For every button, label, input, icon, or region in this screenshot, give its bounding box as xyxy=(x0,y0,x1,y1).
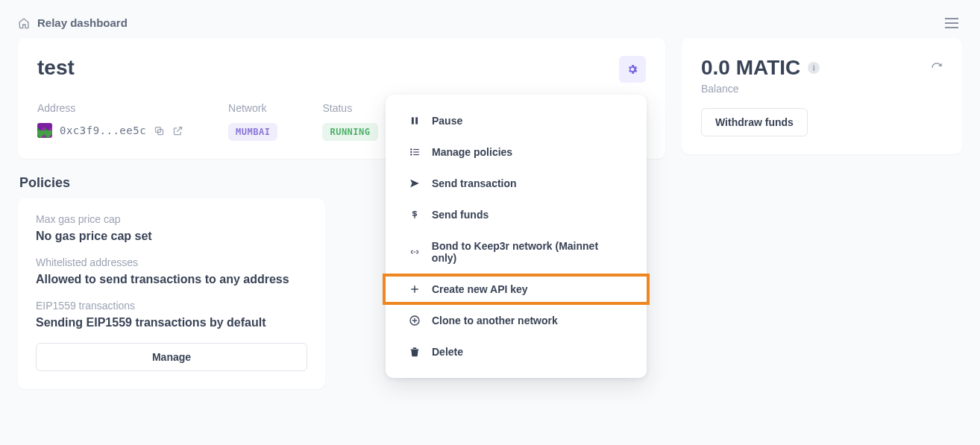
svg-rect-6 xyxy=(415,117,418,124)
network-badge: MUMBAI xyxy=(228,123,277,141)
policy-label: Max gas price cap xyxy=(36,213,307,225)
menu-item-label: Manage policies xyxy=(432,146,512,158)
policy-label: Whitelisted addresses xyxy=(36,256,307,268)
avatar xyxy=(37,123,52,138)
clone-icon xyxy=(408,315,421,326)
network-block: Network MUMBAI xyxy=(228,102,277,141)
link-icon xyxy=(408,248,421,256)
balance-label: Balance xyxy=(701,83,943,95)
menu-item-label: Bond to Keep3r network (Mainnet only) xyxy=(432,240,624,264)
status-label: Status xyxy=(322,102,377,114)
menu-item-bond-keep3r[interactable]: Bond to Keep3r network (Mainnet only) xyxy=(386,230,647,274)
pause-icon xyxy=(408,116,421,126)
status-block: Status RUNNING xyxy=(322,102,377,141)
relayer-name: test xyxy=(37,56,75,80)
policy-item: Max gas price cap No gas price cap set xyxy=(36,213,307,243)
menu-item-label: Send transaction xyxy=(432,177,517,189)
external-link-icon[interactable] xyxy=(172,125,183,136)
menu-item-label: Send funds xyxy=(432,209,489,221)
policies-card: Max gas price cap No gas price cap set W… xyxy=(18,198,325,389)
settings-button[interactable] xyxy=(619,56,646,83)
hamburger-icon[interactable] xyxy=(944,17,959,29)
send-icon xyxy=(408,178,421,189)
menu-item-delete[interactable]: Delete xyxy=(386,336,647,367)
refresh-icon[interactable] xyxy=(931,62,943,74)
svg-rect-5 xyxy=(412,117,414,124)
manage-policies-button[interactable]: Manage xyxy=(36,343,307,371)
svg-point-11 xyxy=(411,154,412,155)
list-icon xyxy=(408,147,421,157)
menu-item-clone-network[interactable]: Clone to another network xyxy=(386,305,647,336)
address-label: Address xyxy=(37,102,183,114)
balance-card: 0.0 MATIC i Balance Withdraw funds xyxy=(682,38,962,154)
info-icon[interactable]: i xyxy=(808,62,820,74)
plus-icon xyxy=(408,284,421,294)
policy-value: Allowed to send transactions to any addr… xyxy=(36,273,307,286)
trash-icon xyxy=(408,346,421,358)
copy-icon[interactable] xyxy=(154,125,165,136)
svg-point-7 xyxy=(411,149,412,150)
policy-item: EIP1559 transactions Sending EIP1559 tra… xyxy=(36,300,307,329)
menu-item-manage-policies[interactable]: Manage policies xyxy=(386,136,647,168)
menu-item-create-api-key[interactable]: Create new API key xyxy=(383,274,650,305)
menu-item-label: Create new API key xyxy=(432,283,528,295)
network-label: Network xyxy=(228,102,277,114)
address-value: 0xc3f9...ee5c xyxy=(60,124,146,136)
gear-icon xyxy=(626,63,638,75)
balance-amount: 0.0 MATIC xyxy=(701,56,800,80)
breadcrumb[interactable]: Relay dashboard xyxy=(18,16,128,29)
menu-item-pause[interactable]: Pause xyxy=(386,105,647,136)
menu-item-label: Pause xyxy=(432,115,462,127)
withdraw-funds-button[interactable]: Withdraw funds xyxy=(701,108,808,136)
breadcrumb-title: Relay dashboard xyxy=(37,16,128,29)
menu-item-label: Delete xyxy=(432,346,463,358)
menu-item-send-funds[interactable]: Send funds xyxy=(386,199,647,230)
dollar-icon xyxy=(408,209,421,221)
svg-point-9 xyxy=(411,151,412,152)
home-icon xyxy=(18,17,30,29)
policy-value: No gas price cap set xyxy=(36,230,307,243)
menu-item-send-transaction[interactable]: Send transaction xyxy=(386,168,647,199)
menu-item-label: Clone to another network xyxy=(432,315,558,326)
topbar: Relay dashboard xyxy=(0,0,980,38)
status-badge: RUNNING xyxy=(322,123,377,141)
policy-label: EIP1559 transactions xyxy=(36,300,307,312)
policy-value: Sending EIP1559 transactions by default xyxy=(36,316,307,329)
settings-menu: Pause Manage policies Send transaction S… xyxy=(386,95,647,378)
policy-item: Whitelisted addresses Allowed to send tr… xyxy=(36,256,307,286)
address-block: Address 0xc3f9...ee5c xyxy=(37,102,183,141)
